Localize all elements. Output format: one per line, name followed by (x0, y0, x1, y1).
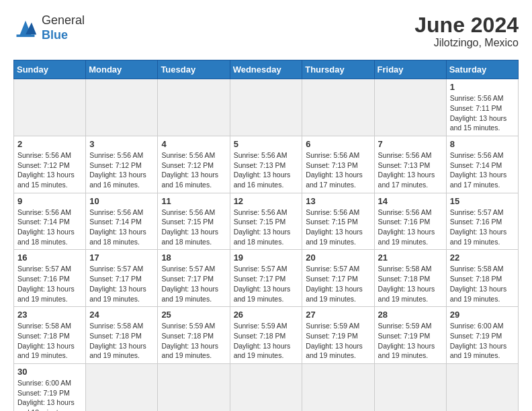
svg-rect-2 (17, 34, 35, 37)
calendar-cell: 11Sunrise: 5:56 AM Sunset: 7:15 PM Dayli… (158, 193, 230, 250)
calendar-cell (230, 363, 302, 411)
day-number: 20 (306, 253, 370, 263)
day-info: Sunrise: 5:59 AM Sunset: 7:18 PM Dayligh… (161, 321, 226, 361)
day-info: Sunrise: 5:57 AM Sunset: 7:16 PM Dayligh… (450, 208, 515, 247)
calendar-cell (446, 363, 518, 411)
day-header-row: SundayMondayTuesdayWednesdayThursdayFrid… (14, 60, 519, 79)
calendar-cell (302, 79, 374, 136)
day-number: 24 (89, 310, 154, 320)
day-number: 18 (161, 253, 226, 263)
day-number: 14 (378, 196, 443, 206)
day-header-friday: Friday (374, 60, 446, 79)
day-number: 1 (450, 82, 515, 92)
day-number: 21 (378, 253, 443, 263)
calendar-cell (374, 363, 446, 411)
calendar-week-5: 30Sunrise: 6:00 AM Sunset: 7:19 PM Dayli… (14, 363, 519, 411)
calendar-week-4: 23Sunrise: 5:58 AM Sunset: 7:18 PM Dayli… (14, 307, 519, 364)
day-info: Sunrise: 5:59 AM Sunset: 7:18 PM Dayligh… (234, 321, 299, 361)
calendar-cell: 7Sunrise: 5:56 AM Sunset: 7:13 PM Daylig… (374, 136, 446, 193)
calendar-week-3: 16Sunrise: 5:57 AM Sunset: 7:16 PM Dayli… (14, 250, 519, 307)
calendar-cell: 4Sunrise: 5:56 AM Sunset: 7:12 PM Daylig… (158, 136, 230, 193)
day-number: 25 (161, 310, 226, 320)
day-number: 22 (450, 253, 515, 263)
day-info: Sunrise: 5:59 AM Sunset: 7:19 PM Dayligh… (378, 321, 443, 361)
calendar-table: SundayMondayTuesdayWednesdayThursdayFrid… (13, 60, 519, 411)
day-info: Sunrise: 5:56 AM Sunset: 7:12 PM Dayligh… (161, 150, 226, 190)
calendar-cell: 22Sunrise: 5:58 AM Sunset: 7:18 PM Dayli… (446, 250, 518, 307)
calendar-week-1: 2Sunrise: 5:56 AM Sunset: 7:12 PM Daylig… (14, 136, 519, 193)
day-info: Sunrise: 6:00 AM Sunset: 7:19 PM Dayligh… (450, 321, 515, 361)
calendar-cell: 10Sunrise: 5:56 AM Sunset: 7:14 PM Dayli… (86, 193, 158, 250)
calendar-cell: 28Sunrise: 5:59 AM Sunset: 7:19 PM Dayli… (374, 307, 446, 364)
day-header-monday: Monday (86, 60, 158, 79)
day-info: Sunrise: 5:58 AM Sunset: 7:18 PM Dayligh… (89, 321, 154, 361)
day-number: 27 (306, 310, 370, 320)
calendar-cell: 13Sunrise: 5:56 AM Sunset: 7:15 PM Dayli… (302, 193, 374, 250)
calendar-cell: 16Sunrise: 5:57 AM Sunset: 7:16 PM Dayli… (14, 250, 86, 307)
day-number: 11 (161, 196, 226, 206)
calendar-cell (86, 79, 158, 136)
logo-text: General Blue (42, 13, 85, 42)
day-info: Sunrise: 5:56 AM Sunset: 7:11 PM Dayligh… (450, 93, 515, 133)
day-info: Sunrise: 5:58 AM Sunset: 7:18 PM Dayligh… (450, 264, 515, 304)
calendar-cell: 30Sunrise: 6:00 AM Sunset: 7:19 PM Dayli… (14, 363, 86, 411)
calendar-cell: 20Sunrise: 5:57 AM Sunset: 7:17 PM Dayli… (302, 250, 374, 307)
day-info: Sunrise: 5:56 AM Sunset: 7:15 PM Dayligh… (161, 208, 226, 247)
page-header: General Blue June 2024 Jilotzingo, Mexic… (13, 13, 519, 49)
day-info: Sunrise: 5:56 AM Sunset: 7:15 PM Dayligh… (306, 208, 370, 247)
calendar-cell: 14Sunrise: 5:56 AM Sunset: 7:16 PM Dayli… (374, 193, 446, 250)
day-number: 15 (450, 196, 515, 206)
day-number: 19 (234, 253, 299, 263)
day-header-sunday: Sunday (14, 60, 86, 79)
calendar-cell: 9Sunrise: 5:56 AM Sunset: 7:14 PM Daylig… (14, 193, 86, 250)
calendar-cell: 25Sunrise: 5:59 AM Sunset: 7:18 PM Dayli… (158, 307, 230, 364)
day-info: Sunrise: 5:57 AM Sunset: 7:17 PM Dayligh… (89, 264, 154, 304)
calendar-cell (86, 363, 158, 411)
calendar-cell: 6Sunrise: 5:56 AM Sunset: 7:13 PM Daylig… (302, 136, 374, 193)
day-number: 6 (306, 139, 370, 149)
calendar-cell: 12Sunrise: 5:56 AM Sunset: 7:15 PM Dayli… (230, 193, 302, 250)
calendar-cell: 27Sunrise: 5:59 AM Sunset: 7:19 PM Dayli… (302, 307, 374, 364)
day-number: 10 (89, 196, 154, 206)
day-info: Sunrise: 5:56 AM Sunset: 7:13 PM Dayligh… (234, 150, 299, 190)
logo: General Blue (13, 13, 85, 42)
day-header-saturday: Saturday (446, 60, 518, 79)
calendar-cell: 8Sunrise: 5:56 AM Sunset: 7:14 PM Daylig… (446, 136, 518, 193)
calendar-cell: 21Sunrise: 5:58 AM Sunset: 7:18 PM Dayli… (374, 250, 446, 307)
calendar-subtitle: Jilotzingo, Mexico (414, 37, 519, 49)
day-info: Sunrise: 5:56 AM Sunset: 7:14 PM Dayligh… (17, 208, 82, 247)
day-info: Sunrise: 5:57 AM Sunset: 7:16 PM Dayligh… (17, 264, 82, 304)
day-header-wednesday: Wednesday (230, 60, 302, 79)
day-number: 12 (234, 196, 299, 206)
calendar-cell: 24Sunrise: 5:58 AM Sunset: 7:18 PM Dayli… (86, 307, 158, 364)
calendar-cell: 15Sunrise: 5:57 AM Sunset: 7:16 PM Dayli… (446, 193, 518, 250)
day-info: Sunrise: 5:57 AM Sunset: 7:17 PM Dayligh… (234, 264, 299, 304)
day-info: Sunrise: 6:00 AM Sunset: 7:19 PM Dayligh… (17, 378, 82, 411)
calendar-week-0: 1Sunrise: 5:56 AM Sunset: 7:11 PM Daylig… (14, 79, 519, 136)
calendar-header: SundayMondayTuesdayWednesdayThursdayFrid… (14, 60, 519, 79)
day-info: Sunrise: 5:58 AM Sunset: 7:18 PM Dayligh… (378, 264, 443, 304)
calendar-week-2: 9Sunrise: 5:56 AM Sunset: 7:14 PM Daylig… (14, 193, 519, 250)
calendar-cell: 18Sunrise: 5:57 AM Sunset: 7:17 PM Dayli… (158, 250, 230, 307)
calendar-cell (14, 79, 86, 136)
day-header-thursday: Thursday (302, 60, 374, 79)
day-info: Sunrise: 5:57 AM Sunset: 7:17 PM Dayligh… (306, 264, 370, 304)
day-info: Sunrise: 5:56 AM Sunset: 7:14 PM Dayligh… (450, 150, 515, 190)
day-info: Sunrise: 5:56 AM Sunset: 7:16 PM Dayligh… (378, 208, 443, 247)
day-number: 17 (89, 253, 154, 263)
day-info: Sunrise: 5:56 AM Sunset: 7:13 PM Dayligh… (306, 150, 370, 190)
day-number: 8 (450, 139, 515, 149)
day-header-tuesday: Tuesday (158, 60, 230, 79)
day-number: 29 (450, 310, 515, 320)
day-number: 16 (17, 253, 82, 263)
day-number: 28 (378, 310, 443, 320)
calendar-cell (374, 79, 446, 136)
calendar-cell: 29Sunrise: 6:00 AM Sunset: 7:19 PM Dayli… (446, 307, 518, 364)
day-number: 7 (378, 139, 443, 149)
calendar-cell: 5Sunrise: 5:56 AM Sunset: 7:13 PM Daylig… (230, 136, 302, 193)
day-info: Sunrise: 5:58 AM Sunset: 7:18 PM Dayligh… (17, 321, 82, 361)
calendar-cell (158, 363, 230, 411)
calendar-cell: 19Sunrise: 5:57 AM Sunset: 7:17 PM Dayli… (230, 250, 302, 307)
day-info: Sunrise: 5:56 AM Sunset: 7:13 PM Dayligh… (378, 150, 443, 190)
day-number: 4 (161, 139, 226, 149)
